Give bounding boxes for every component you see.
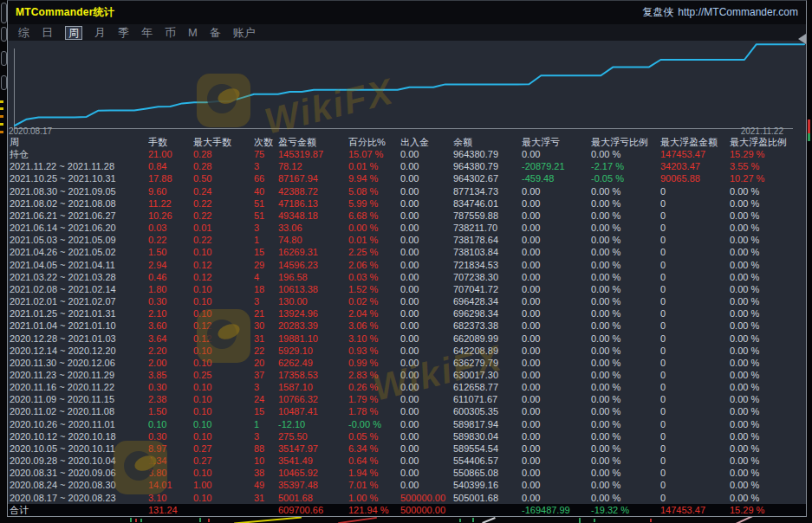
cell: 0.00 — [522, 430, 591, 442]
cell: 2021.03.22 ~ 2021.03.28 — [10, 271, 148, 283]
cell: 2021.02.01 ~ 2021.02.07 — [10, 295, 148, 307]
column-header: 最大浮亏 — [522, 136, 591, 148]
cell: 49 — [254, 479, 278, 491]
cell: 16269.31 — [278, 246, 348, 258]
table-row[interactable]: 持仓21.000.2875145319.8715.07 %0.00964380.… — [8, 148, 806, 160]
table-row[interactable]: 2020.11.30 ~ 2020.12.062.000.10206262.49… — [8, 357, 806, 369]
menu-item-账户[interactable]: 账户 — [233, 25, 256, 41]
cell: 0.10 — [193, 393, 254, 405]
cell: 18 — [254, 283, 278, 295]
cell: 2.25 % — [348, 246, 400, 258]
title-bar[interactable]: MTCommander统计 复盘侠http://MTCommander.com — [8, 1, 806, 24]
table-row[interactable]: 2020.10.12 ~ 2020.10.180.300.103275.500.… — [8, 430, 806, 442]
table-row[interactable]: 2021.06.14 ~ 2021.06.200.030.01333.060.0… — [8, 222, 806, 234]
menu-item-季[interactable]: 季 — [118, 25, 129, 41]
title-link[interactable]: 复盘侠http://MTCommander.com — [642, 5, 798, 20]
background-toolbar-button — [1, 75, 7, 90]
chart-end-date: 2021.11.22 — [741, 126, 783, 136]
table-row[interactable]: 2020.09.28 ~ 2020.10.041.340.27103541.49… — [8, 455, 806, 467]
cell: 0.01 % — [348, 234, 400, 246]
table-row[interactable]: 2021.02.01 ~ 2021.02.070.300.103130.000.… — [8, 295, 806, 307]
table-row[interactable]: 2021.05.03 ~ 2021.05.090.220.22174.800.0… — [8, 234, 806, 246]
table-row[interactable]: 2021.06.21 ~ 2021.06.2710.260.225149348.… — [8, 210, 806, 222]
cell: 0.00 % — [730, 210, 806, 222]
background-candle — [135, 519, 137, 522]
cell: 0.00 % — [591, 283, 660, 295]
menu-item-年[interactable]: 年 — [141, 25, 153, 41]
cell: 0.00 % — [591, 210, 660, 222]
table-row[interactable]: 2020.10.26 ~ 2020.11.010.100.101-12.10-0… — [8, 418, 806, 430]
cell: 0.00 % — [730, 197, 806, 210]
cell: 0.00 — [522, 405, 591, 417]
cell: 17358.53 — [278, 369, 348, 381]
table-row[interactable]: 2021.04.26 ~ 2021.05.021.500.101516269.3… — [8, 246, 806, 258]
cell: 0.00 — [522, 283, 591, 295]
table-row[interactable]: 2021.03.22 ~ 2021.03.280.460.124196.580.… — [8, 271, 806, 283]
table-row[interactable]: 2020.10.05 ~ 2020.10.118.970.278835147.9… — [8, 442, 806, 455]
table-row[interactable]: 2020.12.14 ~ 2020.12.202.200.10225929.10… — [8, 345, 806, 357]
cell: 0.00 % — [730, 271, 806, 283]
cell: -12.10 — [278, 418, 348, 430]
column-header: 最大手数 — [193, 136, 254, 148]
cell: 0.10 — [193, 381, 254, 393]
cell: 2021.06.14 ~ 2021.06.20 — [10, 222, 148, 234]
cell: 29 — [254, 259, 278, 271]
cell: 0.10 — [193, 283, 254, 295]
table-row[interactable]: 2021.08.30 ~ 2021.09.059.600.244042388.7… — [8, 185, 806, 197]
cell: 130.00 — [278, 295, 348, 307]
cell: 0.00 % — [591, 430, 660, 442]
menu-item-币[interactable]: 币 — [165, 25, 176, 41]
menu-item-M[interactable]: M — [188, 26, 198, 39]
cell: 0.00 % — [730, 320, 806, 332]
cell: 0.00 % — [730, 283, 806, 295]
column-header: 周 — [10, 136, 148, 148]
cell: -169487.99 — [522, 504, 591, 516]
table-row[interactable]: 2021.01.04 ~ 2021.01.103.600.123020283.3… — [8, 320, 806, 332]
cell: 0.00 % — [591, 479, 660, 491]
table-row[interactable]: 2020.12.28 ~ 2021.01.033.640.123119881.1… — [8, 333, 806, 345]
menu-item-日[interactable]: 日 — [42, 25, 53, 41]
cell: 10766.32 — [278, 393, 348, 405]
menu-item-备[interactable]: 备 — [210, 25, 221, 41]
table-row[interactable]: 2021.04.05 ~ 2021.04.112.940.122914596.2… — [8, 259, 806, 271]
table-row[interactable]: 2020.08.24 ~ 2020.08.3014.011.004935397.… — [8, 479, 806, 491]
cell: 3.10 — [148, 492, 193, 504]
cell: 10465.92 — [278, 467, 348, 479]
table-row[interactable]: 2020.11.09 ~ 2020.11.152.380.102410766.3… — [8, 393, 806, 405]
cell: 35397.48 — [278, 479, 348, 491]
menu-item-周[interactable]: 周 — [65, 26, 82, 40]
resize-grip-icon[interactable] — [798, 34, 806, 44]
cell: 0.22 — [193, 197, 254, 210]
cell: 554406.57 — [453, 455, 522, 467]
site-url[interactable]: http://MTCommander.com — [678, 6, 798, 18]
table-total-row[interactable]: 合计131.24609700.66121.94 %500000.00-16948… — [8, 504, 806, 516]
table-row[interactable]: 2020.08.31 ~ 2020.09.063.800.103810465.9… — [8, 467, 806, 479]
cell: 21.00 — [148, 148, 193, 160]
table-row[interactable]: 2020.08.17 ~ 2020.08.233.100.10315001.68… — [8, 492, 806, 504]
cell: 682373.38 — [453, 320, 522, 332]
table-row[interactable]: 2021.10.25 ~ 2021.10.3117.880.506687167.… — [8, 172, 806, 184]
menu-item-综[interactable]: 综 — [18, 25, 29, 41]
menu-item-月[interactable]: 月 — [94, 25, 106, 41]
background-candle — [808, 119, 810, 133]
cell: 662089.99 — [453, 333, 522, 345]
cell: 0.22 — [193, 210, 254, 222]
cell: 0.24 — [193, 185, 254, 197]
cell: 0.00 — [522, 455, 591, 467]
cell: 0.00 % — [730, 479, 806, 491]
table-row[interactable]: 2020.11.16 ~ 2020.11.220.300.1031587.100… — [8, 381, 806, 393]
table-row[interactable]: 2021.08.02 ~ 2021.08.0811.220.225147186.… — [8, 197, 806, 210]
table-row[interactable]: 2021.01.25 ~ 2021.01.312.100.102113924.9… — [8, 307, 806, 320]
cell: 540399.16 — [453, 479, 522, 491]
cell: 0.00 % — [591, 467, 660, 479]
cell: 6.34 % — [348, 442, 400, 455]
cell: 877134.73 — [453, 185, 522, 197]
table-row[interactable]: 2021.11.22 ~ 2021.11.280.840.28378.120.0… — [8, 160, 806, 172]
cell: 0 — [660, 246, 730, 258]
cell: 0 — [660, 381, 730, 393]
table-row[interactable]: 2020.11.23 ~ 2020.11.293.850.253717358.5… — [8, 369, 806, 381]
cell: 0.00 — [400, 467, 453, 479]
table-row[interactable]: 2021.02.08 ~ 2021.02.141.800.101810613.3… — [8, 283, 806, 295]
column-header: 最大浮盈金额 — [660, 136, 730, 148]
table-row[interactable]: 2020.11.02 ~ 2020.11.081.500.101510487.4… — [8, 405, 806, 417]
